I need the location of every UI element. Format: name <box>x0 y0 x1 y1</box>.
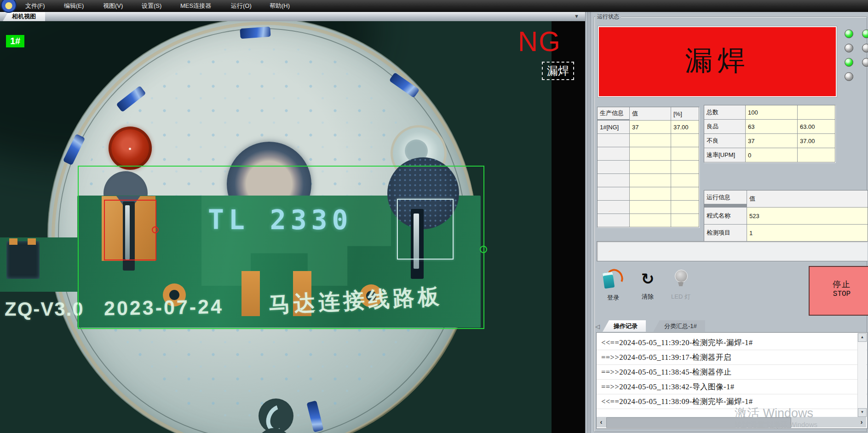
table-cell <box>671 147 699 160</box>
log-vertical-scrollbar[interactable]: ▲ ▼ <box>857 333 866 417</box>
stat-label: 良品 <box>704 120 745 133</box>
alarm-text: 漏焊 <box>599 27 836 94</box>
windows-activation-watermark: 激活 Windows <box>735 405 813 421</box>
table-cell <box>598 187 629 200</box>
table-cell <box>630 201 671 214</box>
led-label: LED 灯 <box>666 293 696 301</box>
clear-button[interactable]: ↻ 清除 <box>632 268 663 310</box>
table-cell: 1#[NG] <box>598 121 629 133</box>
login-label: 登录 <box>598 294 628 302</box>
table-cell <box>598 134 629 147</box>
menu-help[interactable]: 帮助(H) <box>270 2 290 10</box>
tab-camera-view[interactable]: 相机视图 <box>3 12 45 21</box>
camera-id-badge: 1# <box>6 35 24 47</box>
tab-operation-log[interactable]: 操作记录 <box>603 320 646 332</box>
scroll-up-icon[interactable]: ▲ <box>858 333 867 342</box>
production-table: 生产信息 值 [%] 1#[NG] 37 37.00 <box>597 107 699 227</box>
menu-settings[interactable]: 设置(S) <box>142 2 161 10</box>
stat-pct <box>798 148 835 162</box>
table-cell <box>630 147 671 160</box>
stop-button[interactable]: 停止 STOP <box>809 266 868 316</box>
log-horizontal-scrollbar[interactable]: ‹ › <box>597 417 866 427</box>
stats-table: 总数 100 良品 63 63.00 不良 37 37.00 速率[UPM] 0 <box>704 105 835 162</box>
log-tab-bar: ◁ 操作记录 分类汇总-1# <box>594 320 866 332</box>
table-cell <box>630 161 671 173</box>
stat-pct: 37.00 <box>798 134 835 148</box>
stop-label-cn: 停止 <box>810 279 868 290</box>
clear-label: 清除 <box>632 293 663 301</box>
led-indicator <box>845 58 853 67</box>
id-badge-icon <box>603 268 624 291</box>
menu-view[interactable]: 视图(V) <box>103 2 123 10</box>
menu-run[interactable]: 运行(O) <box>231 2 252 10</box>
roi-defect-box[interactable] <box>104 200 156 260</box>
result-ng-label: NG <box>518 25 561 58</box>
red-solder-dot <box>109 127 152 170</box>
table-cell <box>598 174 629 187</box>
pcb-component <box>6 241 40 279</box>
scroll-right-icon[interactable]: › <box>857 417 866 427</box>
menu-bar: 文件(F) 编辑(E) 视图(V) 设置(S) MES连接器 运行(O) 帮助(… <box>0 0 868 12</box>
table-cell <box>671 161 699 173</box>
stat-label: 总数 <box>704 105 745 119</box>
table-cell <box>630 174 671 187</box>
table-cell: 37.00 <box>671 121 699 133</box>
column-header: 生产信息 <box>598 107 629 119</box>
tab-summary[interactable]: 分类汇总-1# <box>653 320 705 332</box>
table-cell <box>598 147 629 160</box>
log-entry: <<==2024-05-05_11:38:09-检测完毕-漏焊-1# <box>597 394 867 409</box>
login-button[interactable]: 登录 <box>598 268 628 310</box>
operation-log-list[interactable]: <<==2024-05-05_11:39:20-检测完毕-漏焊-1# ==>>2… <box>596 332 868 429</box>
stat-value: 0 <box>746 148 797 162</box>
column-header: 值 <box>630 107 671 120</box>
column-header: 运行信息 <box>704 191 747 204</box>
led-indicator <box>862 44 868 52</box>
column-header: 值 <box>747 191 868 207</box>
table-cell <box>598 201 629 214</box>
table-cell <box>630 134 671 147</box>
view-tab-bar: 相机视图 ▼ <box>0 12 585 21</box>
table-cell <box>671 187 699 200</box>
led-indicator <box>862 58 868 67</box>
bulb-icon <box>674 268 688 290</box>
led-light-button[interactable]: LED 灯 <box>666 268 696 310</box>
image-black-margin <box>552 21 585 433</box>
tab-scroll-left-icon[interactable]: ◁ <box>595 323 600 330</box>
table-cell <box>630 214 671 227</box>
camera-viewport[interactable]: TL 2330 ZQ-V3.0 2023-07-24 马达连接线路板 1# NG… <box>0 21 585 433</box>
stat-value: 37 <box>746 134 797 148</box>
led-indicator <box>845 44 853 52</box>
scroll-left-icon[interactable]: ‹ <box>597 417 606 427</box>
run-label: 程式名称 <box>704 208 747 224</box>
status-group-title: 运行状态 <box>595 13 621 21</box>
table-cell <box>671 214 699 227</box>
stat-value: 63 <box>746 120 797 133</box>
stat-value: 100 <box>746 105 797 119</box>
led-indicator <box>862 29 868 38</box>
roi-pass-box[interactable] <box>397 199 454 260</box>
table-cell <box>671 201 699 214</box>
alarm-display: 漏焊 <box>598 26 837 97</box>
app-logo-icon <box>1 0 17 13</box>
menu-edit[interactable]: 编辑(E) <box>64 2 84 10</box>
defect-tag-label: 漏焊 <box>542 62 574 80</box>
stat-label: 不良 <box>704 134 745 148</box>
table-cell <box>598 214 629 227</box>
table-cell <box>630 187 671 200</box>
board-model-text: ZQ-V3.0 <box>5 298 84 320</box>
rim-crimp-tab <box>240 27 270 39</box>
chevron-down-icon[interactable]: ▼ <box>574 13 579 19</box>
menu-file[interactable]: 文件(F) <box>25 2 45 10</box>
run-value: 523 <box>747 208 868 224</box>
panel-splitter[interactable] <box>585 12 592 433</box>
table-cell <box>598 161 629 173</box>
log-entry: ==>>2024-05-05_11:39:17-检测器开启 <box>597 350 867 365</box>
run-label: 检测项目 <box>704 225 747 241</box>
message-box <box>597 241 868 261</box>
run-value: 1 <box>747 225 868 241</box>
table-cell <box>671 134 699 147</box>
status-panel: 运行状态 漏焊 生产信息 值 [%] 1#[NG] 37 37.00 <box>592 12 868 433</box>
log-entry: <<==2024-05-05_11:39:20-检测完毕-漏焊-1# <box>597 335 867 350</box>
scroll-down-icon[interactable]: ▼ <box>858 408 867 417</box>
menu-mes-connector[interactable]: MES连接器 <box>180 2 211 10</box>
